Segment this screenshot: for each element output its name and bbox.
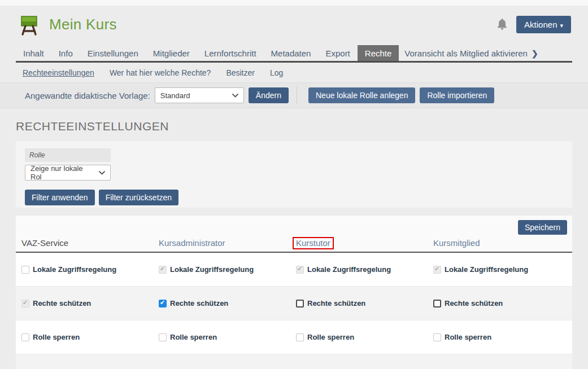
- checkbox-rechte-schuetzen-vaz: [21, 300, 29, 308]
- didactic-template-select-value: Standard: [160, 91, 190, 100]
- subtab-log[interactable]: Log: [270, 68, 283, 77]
- tab-mitglieder[interactable]: Mitglieder: [146, 45, 197, 61]
- checkbox-rolle-sperren-mitglied[interactable]: [433, 333, 441, 341]
- page-title: Mein Kurs: [49, 16, 117, 33]
- checkbox-rechte-schuetzen-tutor[interactable]: [296, 300, 304, 308]
- role-filter-label: Rolle: [25, 148, 111, 162]
- table-row-lokale-zugriffsregelung: Lokale Zugriffsregelung Lokale Zugriffsr…: [16, 253, 572, 287]
- permission-label: Lokale Zugriffsregelung: [307, 265, 391, 274]
- permission-cell: Rolle sperren: [159, 333, 296, 341]
- browser-top-strip: [0, 0, 588, 6]
- caret-down-icon: ▾: [560, 22, 563, 29]
- permission-label: Lokale Zugriffsregelung: [33, 265, 116, 274]
- actions-button-label: Aktionen: [524, 20, 557, 29]
- tab-rechte[interactable]: Rechte: [358, 45, 399, 61]
- column-header-kursmitglied[interactable]: Kursmitglied: [433, 238, 570, 248]
- course-board-icon: [18, 12, 42, 36]
- permission-label: Rolle sperren: [307, 333, 354, 341]
- permission-label: Rechte schützen: [170, 299, 228, 308]
- sub-tab-bar: Rechteeinstellungen Wer hat hier welche …: [16, 63, 572, 82]
- tab-inhalt[interactable]: Inhalt: [16, 45, 51, 61]
- annotation-highlight-box: Kurstutor: [293, 237, 334, 249]
- permission-cell: Rechte schützen: [296, 299, 433, 308]
- permission-label: Rolle sperren: [33, 333, 80, 341]
- reset-filter-button[interactable]: Filter zurücksetzen: [99, 190, 178, 205]
- checkbox-lokale-zugriffsregelung-vaz[interactable]: [21, 266, 29, 274]
- checkbox-lokale-zugriffsregelung-mitglied: [433, 266, 441, 274]
- permission-label: Rechte schützen: [33, 299, 91, 308]
- role-filter-select-value: Zeige nur lokale Rol: [31, 164, 94, 181]
- section-heading: RECHTEEINSTELLUNGEN: [16, 120, 572, 133]
- permission-cell: Lokale Zugriffsregelung: [433, 265, 570, 274]
- permission-label: Rolle sperren: [170, 333, 217, 341]
- column-header-kursadministrator[interactable]: Kursadministrator: [159, 238, 296, 248]
- permission-cell: Lokale Zugriffsregelung: [296, 265, 433, 274]
- main-tab-bar: Inhalt Info Einstellungen Mitglieder Ler…: [16, 45, 572, 63]
- permission-cell: Lokale Zugriffsregelung: [21, 265, 159, 274]
- preview-as-member-label: Voransicht als Mitglied aktivieren: [404, 49, 528, 58]
- permissions-table-panel: Speichern VAZ-Service Kursadministrator …: [16, 216, 572, 369]
- import-role-button[interactable]: Rolle importieren: [420, 87, 494, 103]
- column-header-vaz-service: VAZ-Service: [21, 238, 159, 248]
- role-filter-select[interactable]: Zeige nur lokale Rol: [25, 165, 111, 181]
- permission-cell: Rolle sperren: [433, 333, 570, 341]
- subtab-rechteeinstellungen[interactable]: Rechteeinstellungen: [23, 68, 94, 77]
- checkbox-rolle-sperren-admin[interactable]: [159, 333, 167, 341]
- permission-cell: Rechte schützen: [159, 299, 296, 308]
- notification-bell-icon[interactable]: [497, 19, 507, 30]
- chevron-right-icon: ❯: [532, 49, 538, 58]
- preview-as-member-link[interactable]: Voransicht als Mitglied aktivieren❯: [399, 45, 543, 61]
- didactic-template-label: Angewandte didaktische Vorlage:: [25, 91, 150, 100]
- chevron-down-icon: [232, 94, 238, 98]
- permission-label: Rechte schützen: [307, 299, 365, 308]
- checkbox-rechte-schuetzen-admin[interactable]: [159, 300, 167, 308]
- didactic-template-select[interactable]: Standard: [155, 87, 244, 103]
- checkbox-rolle-sperren-vaz[interactable]: [21, 333, 29, 341]
- tab-lernfortschritt[interactable]: Lernfortschritt: [197, 45, 264, 61]
- subtab-besitzer[interactable]: Besitzer: [226, 68, 255, 77]
- checkbox-rechte-schuetzen-mitglied[interactable]: [433, 300, 441, 308]
- tab-metadaten[interactable]: Metadaten: [264, 45, 319, 61]
- tab-info[interactable]: Info: [51, 45, 80, 61]
- checkbox-rolle-sperren-tutor[interactable]: [296, 333, 304, 341]
- new-local-role-button[interactable]: Neue lokale Rolle anlegen: [308, 87, 415, 103]
- checkbox-lokale-zugriffsregelung-admin: [159, 266, 167, 274]
- subtab-wer-hat-rechte[interactable]: Wer hat hier welche Rechte?: [110, 68, 211, 77]
- chevron-down-icon: [99, 171, 105, 175]
- apply-filter-button[interactable]: Filter anwenden: [25, 190, 95, 205]
- page-header: Mein Kurs Aktionen▾: [0, 6, 588, 43]
- checkbox-lokale-zugriffsregelung-tutor: [296, 266, 304, 274]
- permission-cell: Rolle sperren: [296, 333, 433, 341]
- permission-cell: Lokale Zugriffsregelung: [159, 265, 296, 274]
- column-header-kurstutor-label: Kurstutor: [296, 238, 330, 248]
- permission-label: Rechte schützen: [445, 299, 503, 308]
- permissions-column-headers: VAZ-Service Kursadministrator Kurstutor …: [16, 238, 572, 253]
- column-header-kurstutor[interactable]: Kurstutor: [296, 238, 433, 248]
- table-row-rolle-sperren: Rolle sperren Rolle sperren Rolle sperre…: [16, 320, 572, 354]
- permission-label: Rolle sperren: [445, 333, 491, 341]
- table-row-partial: [16, 354, 572, 369]
- tab-export[interactable]: Export: [318, 45, 357, 61]
- save-button[interactable]: Speichern: [518, 220, 567, 235]
- permission-label: Lokale Zugriffsregelung: [445, 265, 528, 274]
- actions-button[interactable]: Aktionen▾: [516, 16, 571, 33]
- table-row-rechte-schuetzen: Rechte schützen Rechte schützen Rechte s…: [16, 287, 572, 320]
- toolbar-divider: [297, 87, 297, 104]
- didactic-template-toolbar: Angewandte didaktische Vorlage: Standard…: [0, 82, 588, 108]
- change-template-button[interactable]: Ändern: [249, 87, 289, 103]
- tab-einstellungen[interactable]: Einstellungen: [80, 45, 146, 61]
- filter-panel: Rolle Zeige nur lokale Rol Filter anwend…: [16, 141, 572, 208]
- permission-cell: Rechte schützen: [21, 299, 159, 308]
- permission-cell: Rolle sperren: [21, 333, 159, 341]
- permission-label: Lokale Zugriffsregelung: [170, 265, 254, 274]
- permission-cell: Rechte schützen: [433, 299, 570, 308]
